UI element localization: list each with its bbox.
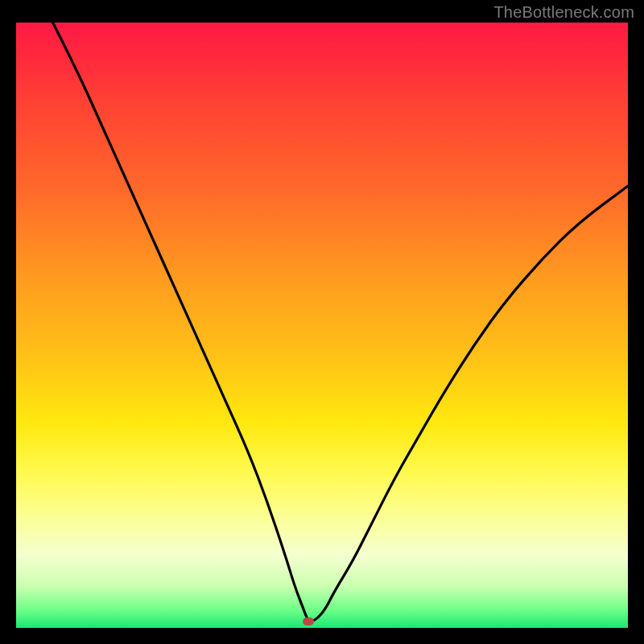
watermark-text: TheBottleneck.com xyxy=(493,3,634,22)
optimal-point-marker xyxy=(303,617,314,625)
bottleneck-curve xyxy=(16,23,628,628)
plot-area xyxy=(16,23,628,628)
chart-frame: TheBottleneck.com xyxy=(0,0,644,644)
